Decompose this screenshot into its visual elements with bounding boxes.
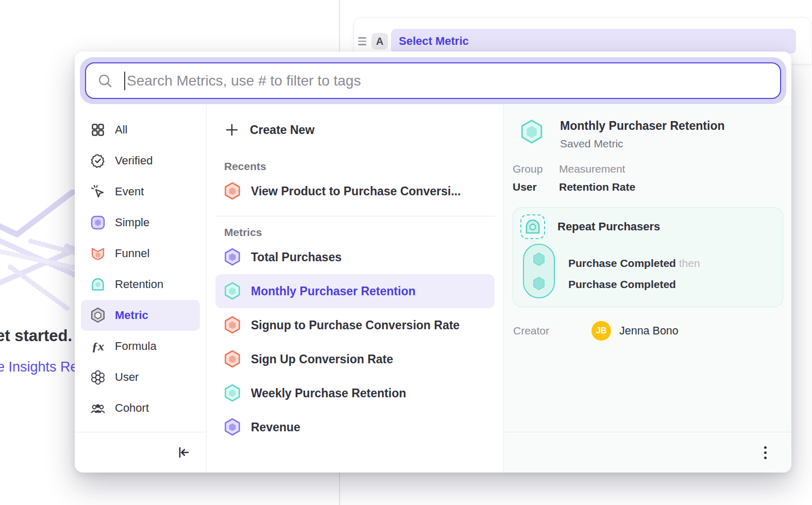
sidebar-item-event[interactable]: Event bbox=[81, 176, 200, 207]
funnel-metric-hexagon-icon bbox=[224, 182, 241, 200]
funnel-metric-hexagon-icon bbox=[224, 316, 241, 334]
retention-definition-icon bbox=[520, 214, 545, 239]
screen: et started. e Insights Re A Select Metri… bbox=[0, 0, 812, 505]
text-cursor bbox=[124, 72, 125, 90]
event-hexagon-icon bbox=[532, 251, 546, 267]
definition-card: Repeat Purchasers bbox=[513, 207, 783, 307]
event-hexagon-icon bbox=[532, 275, 546, 292]
grid-icon bbox=[90, 122, 106, 138]
sidebar-footer bbox=[75, 432, 206, 473]
sidebar-item-user[interactable]: User bbox=[81, 362, 200, 393]
simple-metric-icon bbox=[90, 215, 106, 230]
retention-metric-hexagon-icon bbox=[224, 282, 241, 300]
sidebar-item-formula[interactable]: ƒx Formula bbox=[81, 331, 200, 362]
sidebar-item-funnel[interactable]: Funnel bbox=[81, 238, 200, 269]
definition-step-2: Purchase Completed bbox=[568, 274, 700, 295]
background-link-cut[interactable]: e Insights Re bbox=[0, 359, 84, 375]
verified-badge-icon bbox=[90, 153, 106, 169]
creator-avatar: JB bbox=[591, 321, 611, 341]
funnel-metric-hexagon-icon bbox=[224, 350, 241, 368]
metric-item-signup-to-purchase-conversion-rate[interactable]: Signup to Purchase Conversion Rate bbox=[215, 308, 495, 342]
metric-item-total-purchases[interactable]: Total Purchases bbox=[215, 240, 495, 274]
detail-subtitle: Saved Metric bbox=[560, 138, 724, 150]
event-cursor-icon bbox=[90, 184, 106, 199]
select-metric-button[interactable]: Select Metric bbox=[391, 29, 796, 54]
funnel-icon bbox=[90, 246, 106, 261]
search-bar bbox=[80, 57, 786, 104]
simple-metric-hexagon-icon bbox=[224, 418, 241, 436]
definition-name: Repeat Purchasers bbox=[557, 220, 660, 233]
sidebar-item-retention[interactable]: Retention bbox=[81, 269, 200, 300]
create-new-button[interactable]: Create New bbox=[215, 114, 495, 145]
sidebar-item-simple[interactable]: Simple bbox=[81, 207, 200, 238]
metric-list-column: Create New Recents View Product to Purch… bbox=[207, 105, 504, 473]
search-input[interactable] bbox=[127, 73, 769, 89]
search-icon bbox=[97, 73, 113, 89]
select-metric-label: Select Metric bbox=[399, 35, 469, 48]
sidebar-item-metric[interactable]: Metric bbox=[81, 300, 200, 331]
metric-detail-hexagon-icon bbox=[520, 119, 544, 143]
metric-detail-panel: Monthly Purchaser Retention Saved Metric… bbox=[504, 105, 791, 473]
group-value: User bbox=[513, 181, 559, 193]
sidebar-item-verified[interactable]: Verified bbox=[81, 145, 200, 176]
simple-metric-hexagon-icon bbox=[224, 248, 241, 266]
metrics-section-label: Metrics bbox=[215, 225, 495, 240]
creator-name: Jenna Bono bbox=[619, 325, 679, 338]
cohort-people-icon bbox=[90, 400, 106, 416]
more-options-button[interactable] bbox=[761, 443, 770, 462]
collapse-left-icon bbox=[176, 445, 191, 460]
filter-sidebar: All Verified bbox=[75, 105, 207, 473]
group-label: Group bbox=[513, 163, 559, 175]
metric-item-monthly-purchaser-retention[interactable]: Monthly Purchaser Retention bbox=[215, 274, 495, 308]
recents-section-label: Recents bbox=[215, 159, 495, 174]
plus-icon bbox=[224, 122, 240, 138]
metric-row-badge: A bbox=[371, 33, 388, 49]
metric-hexagon-icon bbox=[90, 308, 106, 323]
metric-item-weekly-purchase-retention[interactable]: Weekly Purchase Retention bbox=[215, 376, 495, 410]
formula-fx-icon: ƒx bbox=[90, 339, 106, 354]
user-cluster-icon bbox=[90, 369, 106, 385]
recent-item-view-product-to-purchase[interactable]: View Product to Purchase Conversi... bbox=[215, 174, 495, 208]
section-divider bbox=[215, 216, 495, 216]
measurement-value: Retention Rate bbox=[559, 181, 635, 193]
retention-icon bbox=[90, 277, 106, 292]
sidebar-item-cohort[interactable]: Cohort bbox=[81, 393, 200, 424]
metric-item-revenue[interactable]: Revenue bbox=[215, 410, 495, 444]
definition-step-1: Purchase Completed then bbox=[568, 252, 700, 274]
measurement-label: Measurement bbox=[559, 163, 635, 175]
collapse-sidebar-button[interactable] bbox=[174, 443, 193, 462]
retention-metric-hexagon-icon bbox=[224, 384, 241, 402]
detail-title: Monthly Purchaser Retention bbox=[560, 118, 724, 133]
search-field-container[interactable] bbox=[85, 62, 781, 99]
creator-label: Creator bbox=[513, 325, 591, 337]
metric-item-sign-up-conversion-rate[interactable]: Sign Up Conversion Rate bbox=[215, 342, 495, 376]
detail-footer bbox=[504, 432, 791, 473]
sidebar-item-all[interactable]: All bbox=[81, 114, 200, 145]
event-sequence-capsule bbox=[523, 244, 555, 298]
drag-handle-icon[interactable] bbox=[358, 37, 366, 45]
background-heading-cut: et started. bbox=[0, 327, 83, 345]
metric-picker-modal: All Verified bbox=[75, 52, 791, 473]
